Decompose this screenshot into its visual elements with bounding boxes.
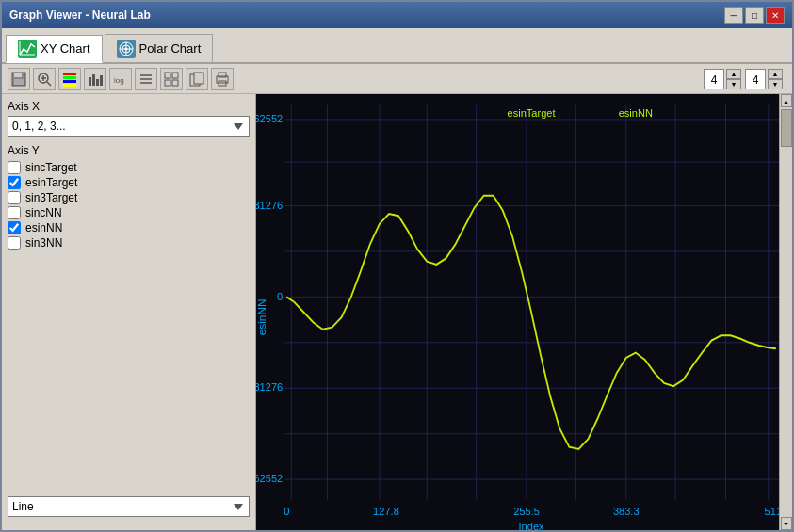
toolbar-right: 4 ▲ ▼ 4 ▲ ▼ [704,69,783,89]
checkbox-sin3Target[interactable]: sin3Target [8,191,250,204]
checkbox-sin3NN[interactable]: sin3NN [8,236,250,250]
minimize-button[interactable]: ─ [724,7,743,24]
label-esinNN: esinNN [25,221,62,234]
list-icon [138,72,154,87]
svg-text:0.31276: 0.31276 [256,199,283,210]
chart-area[interactable]: 0.62552 0.31276 0 −0.31276 −0.62552 0 12… [256,94,792,530]
svg-text:esinNN: esinNN [256,298,267,335]
bar-icon [88,72,103,87]
svg-rect-33 [194,73,203,84]
line-style-dropdown[interactable]: Line [8,496,250,517]
checkbox-sincTarget[interactable]: sincTarget [8,161,250,174]
check-sincNN[interactable] [8,206,21,219]
toolbar-btn-7[interactable] [160,68,183,90]
main-content: Axis X 0, 1, 2, 3... Axis Y sincTarget e… [2,94,792,530]
spin-arrows-1: ▲ ▼ [726,69,741,89]
check-esinTarget[interactable] [8,176,21,189]
check-esinNN[interactable] [8,221,21,234]
print-icon [215,72,230,87]
svg-text:−0.31276: −0.31276 [256,381,283,393]
toolbar-btn-9[interactable] [211,68,234,90]
main-window: Graph Viewer - Neural Lab ─ □ ✕ XY Chart [0,0,794,532]
axis-x-label: Axis X [8,100,250,113]
checkbox-sincNN[interactable]: sincNN [8,206,250,219]
window-title: Graph Viewer - Neural Lab [9,8,151,22]
svg-rect-21 [92,74,95,86]
svg-text:0: 0 [277,290,283,301]
svg-rect-23 [100,75,103,86]
label-esinTarget: esinTarget [25,176,77,189]
checkbox-esinTarget[interactable]: esinTarget [8,176,250,189]
svg-text:0.62552: 0.62552 [256,113,283,124]
spin-down-2[interactable]: ▼ [768,79,783,89]
spin-up-1[interactable]: ▲ [726,69,741,79]
svg-text:Index: Index [519,521,544,530]
scrollbar-up-btn[interactable]: ▲ [781,94,792,107]
svg-text:0: 0 [284,506,289,517]
xy-chart-icon [18,40,37,58]
spin-box-1: 4 ▲ ▼ [704,69,741,89]
chart-scrollbar-v[interactable]: ▲ ▼ [779,94,792,530]
check-sin3Target[interactable] [8,191,21,204]
svg-rect-10 [14,73,22,77]
svg-text:esinNN: esinNN [619,106,653,118]
toolbar-btn-8[interactable] [186,68,208,90]
svg-rect-17 [63,76,76,79]
close-button[interactable]: ✕ [766,7,785,24]
polar-chart-icon [117,40,136,58]
toolbar-btn-3[interactable] [58,68,81,90]
toolbar-btn-2[interactable] [33,68,56,90]
grid-icon [164,72,179,87]
svg-rect-0 [18,40,37,58]
toolbar-btn-5[interactable]: log [109,68,132,90]
svg-rect-30 [165,80,170,86]
scrollbar-thumb-v[interactable] [781,109,792,147]
svg-line-13 [47,82,51,86]
svg-rect-29 [172,73,178,78]
svg-rect-37 [256,94,792,530]
color-icon [62,72,77,87]
chart-svg: 0.62552 0.31276 0 −0.31276 −0.62552 0 12… [256,94,792,530]
zoom-icon [37,72,52,87]
spin-value-2[interactable]: 4 [745,69,766,89]
log-icon: log [113,72,128,87]
sidebar-bottom: Line [8,491,250,524]
scrollbar-down-btn[interactable]: ▼ [781,517,792,530]
label-sin3NN: sin3NN [25,236,62,250]
spin-down-1[interactable]: ▼ [726,79,741,89]
svg-text:127.8: 127.8 [373,506,399,517]
axis-x-dropdown[interactable]: 0, 1, 2, 3... [8,116,250,137]
copy-icon [189,72,204,87]
tab-xy-chart[interactable]: XY Chart [6,35,103,63]
svg-rect-18 [63,80,76,83]
save-icon [11,72,26,87]
svg-rect-28 [165,73,170,78]
svg-text:383.3: 383.3 [613,506,640,517]
label-sincNN: sincNN [25,206,62,219]
label-sincTarget: sincTarget [25,161,77,174]
checkbox-list: sincTarget esinTarget sin3Target sincNN … [8,161,250,250]
svg-rect-22 [96,79,99,86]
spin-arrows-2: ▲ ▼ [768,69,783,89]
checkbox-esinNN[interactable]: esinNN [8,221,250,234]
spin-up-2[interactable]: ▲ [768,69,783,79]
check-sin3NN[interactable] [8,236,21,250]
tab-polar-label: Polar Chart [139,41,202,56]
svg-text:−0.62552: −0.62552 [256,473,283,484]
label-sin3Target: sin3Target [25,191,77,204]
check-sincTarget[interactable] [8,161,21,174]
toolbar-btn-6[interactable] [135,68,157,90]
svg-rect-20 [89,77,91,86]
spin-box-2: 4 ▲ ▼ [745,69,783,89]
axis-y-label: Axis Y [8,144,250,157]
svg-text:255.5: 255.5 [513,506,540,517]
toolbar-btn-4[interactable] [84,68,106,90]
maximize-button[interactable]: □ [745,7,764,24]
tab-polar-chart[interactable]: Polar Chart [105,34,214,62]
sidebar: Axis X 0, 1, 2, 3... Axis Y sincTarget e… [2,94,256,530]
spin-value-1[interactable]: 4 [704,69,724,89]
toolbar-btn-1[interactable] [8,68,30,90]
svg-text:log: log [114,76,124,85]
title-bar: Graph Viewer - Neural Lab ─ □ ✕ [2,2,792,28]
svg-rect-19 [63,84,76,87]
